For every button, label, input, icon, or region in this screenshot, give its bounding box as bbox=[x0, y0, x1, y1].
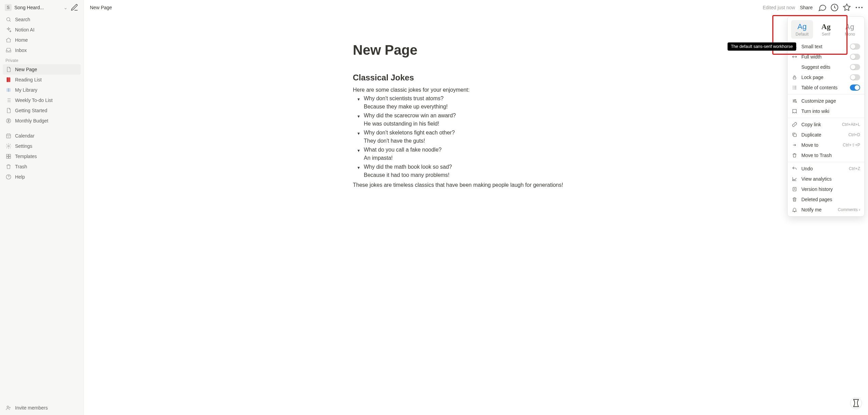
menu-duplicate[interactable]: DuplicateCtrl+D bbox=[788, 130, 864, 140]
menu-item-label: Version history bbox=[801, 186, 860, 192]
sidebar-calendar[interactable]: 21Calendar bbox=[3, 131, 81, 141]
font-label-serif: Serif bbox=[822, 32, 830, 37]
sidebar-item-label: New Page bbox=[15, 67, 37, 72]
sidebar-templates[interactable]: Templates bbox=[3, 151, 81, 161]
svg-rect-23 bbox=[793, 187, 796, 191]
chevron-down-icon: ⌄ bbox=[64, 5, 68, 10]
search-icon bbox=[5, 16, 12, 23]
menu-customize-page[interactable]: Customize page bbox=[788, 96, 864, 106]
menu-item-label: Move to bbox=[801, 142, 839, 148]
toggle-switch[interactable] bbox=[850, 74, 860, 80]
svg-text:21: 21 bbox=[8, 136, 10, 138]
menu-small-text[interactable]: Small text bbox=[788, 41, 864, 52]
workspace-switcher[interactable]: S Song Heard... ⌄ bbox=[3, 2, 81, 13]
sidebar-help[interactable]: Help bbox=[3, 172, 81, 182]
sidebar-item-label: Notion AI bbox=[15, 27, 35, 33]
menu-full-width[interactable]: Full width bbox=[788, 52, 864, 62]
toggle-switch[interactable] bbox=[850, 64, 860, 70]
joke-question: Why did the math book look so sad? bbox=[364, 164, 452, 170]
joke-toggle[interactable]: ▼Why did the math book look so sad?Becau… bbox=[356, 164, 599, 178]
font-option-serif[interactable]: Ag Serif bbox=[815, 20, 837, 39]
share-button[interactable]: Share bbox=[798, 3, 815, 12]
floating-help-button[interactable] bbox=[850, 397, 862, 409]
svg-point-21 bbox=[796, 102, 796, 102]
joke-toggle[interactable]: ▼Why did the scarecrow win an award?He w… bbox=[356, 113, 599, 127]
star-icon[interactable] bbox=[842, 3, 852, 12]
sidebar-page-reading-list[interactable]: Reading List bbox=[3, 75, 81, 85]
sidebar-notion-ai[interactable]: Notion AI bbox=[3, 25, 81, 35]
people-icon bbox=[5, 405, 12, 411]
book-red-icon bbox=[5, 77, 12, 83]
font-option-default[interactable]: Ag Default bbox=[791, 20, 813, 39]
money-icon bbox=[5, 118, 12, 124]
outro-paragraph[interactable]: These jokes are timeless classics that h… bbox=[353, 181, 599, 189]
workspace-name: Song Heard... bbox=[14, 5, 61, 10]
svg-rect-9 bbox=[9, 154, 11, 156]
menu-shortcut: Comments › bbox=[838, 207, 860, 212]
menu-shortcut: Ctrl+⇧+P bbox=[843, 143, 860, 147]
sidebar-page-weekly-to-do-list[interactable]: Weekly To-do List bbox=[3, 95, 81, 105]
sidebar-page-getting-started[interactable]: Getting Started bbox=[3, 105, 81, 116]
main: New Page Edited just now Share New Page … bbox=[84, 0, 868, 415]
menu-deleted-pages[interactable]: Deleted pages bbox=[788, 194, 864, 205]
sidebar-trash[interactable]: Trash bbox=[3, 161, 81, 172]
page-title[interactable]: New Page bbox=[353, 42, 599, 58]
menu-item-label: View analytics bbox=[801, 176, 860, 182]
blank-icon bbox=[792, 64, 797, 70]
more-icon[interactable] bbox=[854, 3, 864, 12]
sidebar-inbox[interactable]: Inbox bbox=[3, 45, 81, 55]
menu-version-history[interactable]: Version history bbox=[788, 184, 864, 194]
page-body: New Page Classical Jokes Here are some c… bbox=[353, 15, 599, 238]
toggle-switch[interactable] bbox=[850, 43, 860, 50]
toggle-switch[interactable] bbox=[850, 54, 860, 60]
font-label-default: Default bbox=[796, 32, 809, 37]
sidebar-search[interactable]: Search bbox=[3, 14, 81, 25]
joke-answer: They don't have the guts! bbox=[364, 138, 599, 144]
menu-notify-me[interactable]: Notify meComments › bbox=[788, 205, 864, 215]
breadcrumb[interactable]: New Page bbox=[88, 3, 114, 12]
menu-move-to-trash[interactable]: Move to Trash bbox=[788, 150, 864, 160]
joke-toggle[interactable]: ▼Why don't skeletons fight each other?Th… bbox=[356, 130, 599, 144]
sidebar-home[interactable]: Home bbox=[3, 35, 81, 45]
sidebar-page-my-library[interactable]: My Library bbox=[3, 85, 81, 95]
topbar: New Page Edited just now Share bbox=[84, 0, 868, 15]
menu-undo[interactable]: UndoCtrl+Z bbox=[788, 164, 864, 174]
menu-item-label: Undo bbox=[801, 166, 845, 171]
sidebar-item-label: Help bbox=[15, 174, 25, 180]
wiki-icon bbox=[792, 108, 797, 114]
clock-icon[interactable] bbox=[830, 3, 839, 12]
menu-turn-into-wiki[interactable]: Turn into wiki bbox=[788, 106, 864, 116]
joke-toggle[interactable]: ▼What do you call a fake noodle?An impas… bbox=[356, 147, 599, 161]
intro-paragraph[interactable]: Here are some classic jokes for your enj… bbox=[353, 86, 599, 94]
toggle-switch[interactable] bbox=[850, 85, 860, 91]
sidebar-page-monthly-budget[interactable]: Monthly Budget bbox=[3, 116, 81, 126]
joke-question: Why did the scarecrow win an award? bbox=[364, 113, 456, 119]
svg-rect-11 bbox=[9, 157, 11, 158]
edited-status: Edited just now bbox=[763, 5, 795, 10]
sidebar-page-new-page[interactable]: New Page bbox=[3, 64, 81, 75]
joke-toggle[interactable]: ▼Why don't scientists trust atoms?Becaus… bbox=[356, 95, 599, 110]
book-blue-icon bbox=[5, 87, 12, 93]
menu-lock-page[interactable]: Lock page bbox=[788, 72, 864, 82]
gear-icon bbox=[5, 143, 12, 149]
triangle-down-icon: ▼ bbox=[356, 166, 361, 170]
compose-button[interactable] bbox=[70, 3, 79, 12]
menu-view-analytics[interactable]: View analytics bbox=[788, 174, 864, 184]
menu-move-to[interactable]: Move toCtrl+⇧+P bbox=[788, 140, 864, 150]
analytics-icon bbox=[792, 176, 797, 182]
sidebar-settings[interactable]: Settings bbox=[3, 141, 81, 151]
sidebar-item-label: Monthly Budget bbox=[15, 118, 48, 124]
menu-copy-link[interactable]: Copy linkCtrl+Alt+L bbox=[788, 119, 864, 130]
link-icon bbox=[792, 122, 797, 127]
font-option-mono[interactable]: Ag Mono bbox=[839, 20, 861, 39]
heading-classical-jokes[interactable]: Classical Jokes bbox=[353, 73, 599, 82]
svg-point-19 bbox=[795, 99, 796, 100]
svg-point-17 bbox=[861, 7, 863, 8]
templates-icon bbox=[5, 153, 12, 159]
menu-item-label: Duplicate bbox=[801, 132, 844, 138]
comments-icon[interactable] bbox=[817, 3, 827, 12]
menu-table-of-contents[interactable]: Table of contents bbox=[788, 82, 864, 93]
invite-members[interactable]: Invite members bbox=[3, 403, 81, 413]
svg-rect-8 bbox=[6, 154, 8, 156]
menu-suggest-edits[interactable]: Suggest edits bbox=[788, 62, 864, 72]
